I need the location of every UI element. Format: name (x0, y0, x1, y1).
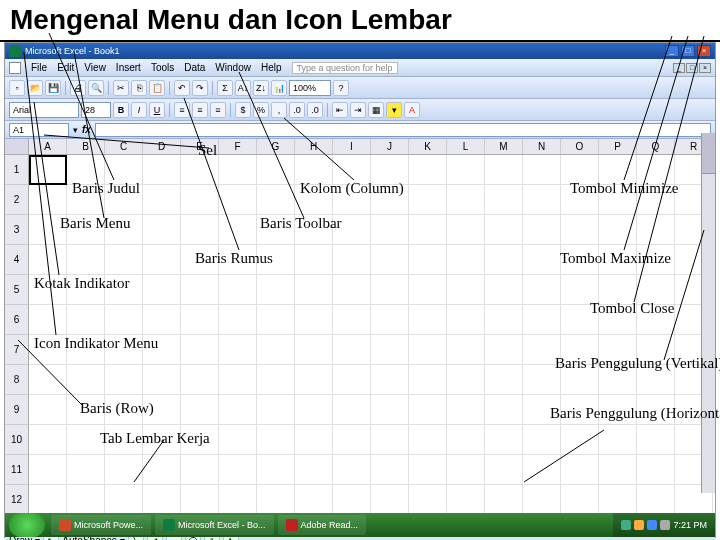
col-header[interactable]: O (561, 139, 599, 154)
align-right-icon[interactable]: ≡ (210, 102, 226, 118)
row-header[interactable]: 3 (5, 215, 29, 245)
sum-icon[interactable]: Σ (217, 80, 233, 96)
font-color-icon[interactable]: A (404, 102, 420, 118)
close-button[interactable]: × (697, 45, 711, 57)
fill-color-icon[interactable]: ▾ (386, 102, 402, 118)
preview-icon[interactable]: 🔍 (88, 80, 104, 96)
new-icon[interactable]: ▫ (9, 80, 25, 96)
sort-asc-icon[interactable]: A↓ (235, 80, 251, 96)
align-left-icon[interactable]: ≡ (174, 102, 190, 118)
mdi-restore[interactable]: □ (686, 63, 698, 73)
window-title: Microsoft Excel - Book1 (25, 46, 120, 56)
col-header[interactable]: C (105, 139, 143, 154)
col-header[interactable]: Q (637, 139, 675, 154)
col-header[interactable]: F (219, 139, 257, 154)
save-icon[interactable]: 💾 (45, 80, 61, 96)
fx-icon[interactable]: fx (82, 124, 91, 135)
menu-edit[interactable]: Edit (57, 62, 74, 73)
row-header[interactable]: 8 (5, 365, 29, 395)
menu-view[interactable]: View (84, 62, 106, 73)
percent-icon[interactable]: % (253, 102, 269, 118)
row-header[interactable]: 9 (5, 395, 29, 425)
row-header[interactable]: 5 (5, 275, 29, 305)
task-item[interactable]: Microsoft Powe... (51, 515, 151, 535)
decimal-inc-icon[interactable]: .0 (289, 102, 305, 118)
fontsize-combo[interactable]: 28 (81, 102, 111, 118)
col-header[interactable]: N (523, 139, 561, 154)
chart-icon[interactable]: 📊 (271, 80, 287, 96)
cut-icon[interactable]: ✂ (113, 80, 129, 96)
anno-penggulung-h: Baris Penggulung (Horizontal) (550, 405, 720, 422)
row-header[interactable]: 6 (5, 305, 29, 335)
help-icon[interactable]: ? (333, 80, 349, 96)
zoom-combo[interactable]: 100% (289, 80, 331, 96)
row-header[interactable]: 1 (5, 155, 29, 185)
col-header[interactable]: M (485, 139, 523, 154)
indent-inc-icon[interactable]: ⇥ (350, 102, 366, 118)
redo-icon[interactable]: ↷ (192, 80, 208, 96)
print-icon[interactable]: 🖨 (70, 80, 86, 96)
col-header[interactable]: P (599, 139, 637, 154)
row-header[interactable]: 7 (5, 335, 29, 365)
formula-bar: A1 ▾ fx (5, 121, 715, 139)
formula-input[interactable] (95, 123, 711, 137)
cell-active[interactable] (29, 155, 67, 185)
copy-icon[interactable]: ⎘ (131, 80, 147, 96)
mdi-minimize[interactable]: _ (673, 63, 685, 73)
vertical-scrollbar[interactable] (701, 133, 715, 493)
doc-icon (9, 62, 21, 74)
task-item[interactable]: Adobe Read... (278, 515, 367, 535)
indent-dec-icon[interactable]: ⇤ (332, 102, 348, 118)
mdi-close[interactable]: × (699, 63, 711, 73)
col-header[interactable]: K (409, 139, 447, 154)
maximize-button[interactable]: □ (681, 45, 695, 57)
border-icon[interactable]: ▦ (368, 102, 384, 118)
anno-tab-lembar: Tab Lembar Kerja (100, 430, 210, 447)
col-header[interactable]: I (333, 139, 371, 154)
decimal-dec-icon[interactable]: .0 (307, 102, 323, 118)
open-icon[interactable]: 📂 (27, 80, 43, 96)
titlebar: Microsoft Excel - Book1 _ □ × (5, 43, 715, 59)
col-header[interactable]: J (371, 139, 409, 154)
menu-insert[interactable]: Insert (116, 62, 141, 73)
font-combo[interactable]: Arial (9, 102, 79, 118)
underline-icon[interactable]: U (149, 102, 165, 118)
anno-baris-rumus: Baris Rumus (195, 250, 273, 267)
system-tray[interactable]: 7:21 PM (613, 513, 715, 537)
start-button[interactable] (9, 513, 45, 537)
undo-icon[interactable]: ↶ (174, 80, 190, 96)
select-all-corner[interactable] (5, 139, 29, 154)
row-header[interactable]: 12 (5, 485, 29, 515)
row-header[interactable]: 2 (5, 185, 29, 215)
bold-icon[interactable]: B (113, 102, 129, 118)
anno-icon-indikator: Icon Indikator Menu (34, 335, 158, 352)
slide-title: Mengenal Menu dan Icon Lembar (0, 0, 720, 42)
help-search[interactable]: Type a question for help (292, 62, 398, 74)
col-header[interactable]: H (295, 139, 333, 154)
col-header[interactable]: L (447, 139, 485, 154)
minimize-button[interactable]: _ (665, 45, 679, 57)
cancel-icon[interactable]: ▾ (73, 125, 78, 135)
menu-file[interactable]: File (31, 62, 47, 73)
col-header[interactable]: G (257, 139, 295, 154)
italic-icon[interactable]: I (131, 102, 147, 118)
sort-desc-icon[interactable]: Z↓ (253, 80, 269, 96)
align-center-icon[interactable]: ≡ (192, 102, 208, 118)
paste-icon[interactable]: 📋 (149, 80, 165, 96)
anno-minimize: Tombol Minimize (570, 180, 679, 197)
menu-data[interactable]: Data (184, 62, 205, 73)
row-header[interactable]: 10 (5, 425, 29, 455)
menu-help[interactable]: Help (261, 62, 282, 73)
col-header[interactable]: A (29, 139, 67, 154)
task-item[interactable]: Microsoft Excel - Bo... (155, 515, 274, 535)
col-header[interactable]: B (67, 139, 105, 154)
menu-tools[interactable]: Tools (151, 62, 174, 73)
comma-icon[interactable]: , (271, 102, 287, 118)
anno-sel: Sel (198, 142, 217, 159)
row-header[interactable]: 4 (5, 245, 29, 275)
col-header[interactable]: D (143, 139, 181, 154)
menu-window[interactable]: Window (215, 62, 251, 73)
name-box[interactable]: A1 (9, 123, 69, 137)
currency-icon[interactable]: $ (235, 102, 251, 118)
row-header[interactable]: 11 (5, 455, 29, 485)
